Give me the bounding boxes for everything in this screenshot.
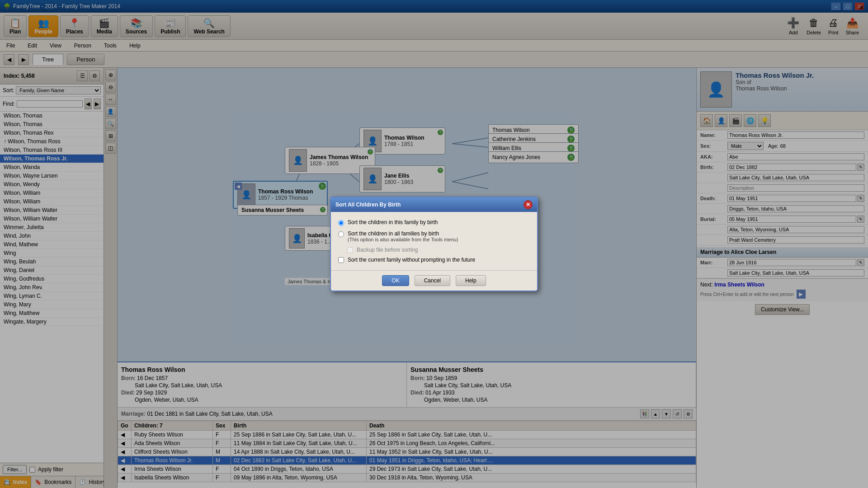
dialog-help-button[interactable]: Help xyxy=(456,275,486,286)
dialog-title-bar: Sort All Children By Birth ✕ xyxy=(331,197,537,212)
dialog-cancel-button[interactable]: Cancel xyxy=(415,275,450,286)
dialog-overlay: Sort All Children By Birth ✕ Sort the ch… xyxy=(0,0,868,488)
radio-sort-all-families[interactable] xyxy=(338,231,344,237)
radio-sort-this-family[interactable] xyxy=(338,220,344,226)
backup-label: Backup file before sorting xyxy=(357,247,418,253)
dialog: Sort All Children By Birth ✕ Sort the ch… xyxy=(330,197,538,291)
radio-option-1: Sort the children in this family by birt… xyxy=(338,219,530,226)
backup-option: Backup file before sorting xyxy=(347,247,530,253)
dialog-close-button[interactable]: ✕ xyxy=(524,200,533,209)
radio-sort-this-family-label: Sort the children in this family by birt… xyxy=(348,219,438,225)
radio-sort-all-families-sub: (This option is also available from the … xyxy=(348,237,458,242)
dialog-buttons: OK Cancel Help xyxy=(331,270,537,291)
noprompt-label: Sort the current family without promptin… xyxy=(348,257,475,263)
radio-option-2: Sort the children in all families by bir… xyxy=(338,230,530,242)
noprompt-checkbox[interactable] xyxy=(338,257,344,263)
dialog-title: Sort All Children By Birth xyxy=(335,202,401,208)
noprompt-option: Sort the current family without promptin… xyxy=(338,257,530,263)
radio-sort-all-families-label: Sort the children in all families by bir… xyxy=(348,230,458,237)
dialog-content: Sort the children in this family by birt… xyxy=(331,212,537,270)
dialog-ok-button[interactable]: OK xyxy=(382,275,409,286)
backup-checkbox[interactable] xyxy=(347,247,353,253)
